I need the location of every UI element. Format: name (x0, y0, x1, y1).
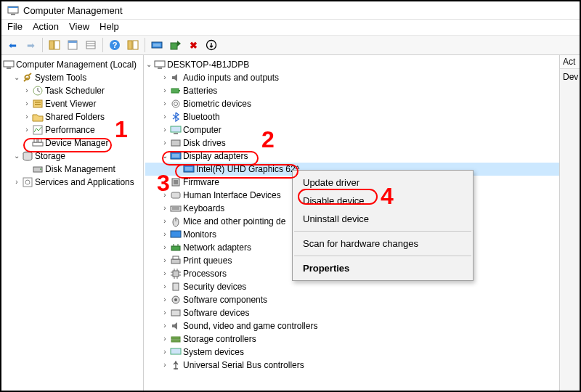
svg-point-37 (172, 100, 179, 107)
title-bar: Computer Management (1, 1, 580, 20)
ctx-uninstall-device[interactable]: Uninstall device (293, 210, 473, 228)
forward-button[interactable]: ➡ (23, 37, 38, 53)
tree-storage[interactable]: ⌄Storage (3, 150, 143, 163)
disk-drive-icon (170, 137, 182, 149)
storage-controller-icon (170, 333, 182, 345)
mouse-icon (170, 216, 182, 227)
svg-point-30 (40, 168, 41, 170)
expand-icon[interactable]: › (23, 98, 31, 110)
computer-icon (154, 59, 166, 70)
actions-header: Act (560, 55, 580, 69)
svg-rect-66 (171, 340, 180, 342)
menu-help[interactable]: Help (99, 21, 119, 32)
category-storage-controllers[interactable]: ›Storage controllers (145, 332, 559, 346)
svg-rect-67 (171, 348, 181, 354)
svg-rect-16 (171, 43, 177, 49)
keyboard-icon (170, 203, 182, 214)
svg-rect-40 (174, 133, 178, 134)
tree-event-viewer[interactable]: ›Event Viewer (3, 97, 143, 110)
category-sound-video[interactable]: ›Sound, video and game controllers (145, 319, 559, 332)
actions-item[interactable]: Dev (560, 70, 580, 83)
tools-icon (22, 72, 33, 83)
svg-rect-2 (11, 14, 15, 15)
toolbar-separator (145, 38, 145, 52)
display-adapter-icon (183, 163, 195, 175)
svg-rect-36 (179, 90, 180, 91)
tree-device-manager[interactable]: ›Device Manager (3, 136, 143, 150)
category-display-adapters[interactable]: ⌄Display adapters (145, 150, 559, 163)
disable-device-button[interactable] (203, 37, 219, 53)
ctx-scan-hardware[interactable]: Scan for hardware changes (293, 234, 473, 253)
display-adapter-icon (170, 150, 182, 162)
ctx-properties[interactable]: Properties (293, 259, 473, 277)
tree-disk-management[interactable]: ›Disk Management (3, 163, 143, 176)
menu-file[interactable]: File (7, 21, 23, 32)
expand-icon[interactable]: › (23, 85, 31, 97)
menu-action[interactable]: Action (33, 21, 59, 32)
category-batteries[interactable]: ›Batteries (145, 84, 559, 97)
category-software-components[interactable]: ›Software components (145, 293, 559, 306)
firmware-icon (170, 176, 182, 188)
svg-rect-3 (49, 41, 54, 49)
svg-rect-7 (86, 41, 95, 49)
svg-rect-18 (4, 61, 14, 67)
properties-button[interactable] (65, 37, 81, 53)
svg-rect-54 (171, 231, 181, 237)
category-disk-drives[interactable]: ›Disk drives (145, 136, 559, 150)
collapse-icon[interactable]: ⌄ (161, 150, 168, 162)
menu-view[interactable]: View (69, 21, 89, 32)
expand-icon[interactable]: › (23, 111, 31, 123)
computer-management-icon (3, 59, 15, 70)
cpu-icon (170, 268, 182, 279)
svg-rect-1 (8, 7, 18, 8)
expand-icon[interactable]: › (13, 176, 20, 188)
performance-icon (32, 124, 44, 136)
category-computer[interactable]: ›Computer (145, 123, 559, 136)
actions-pane: Act Dev (559, 55, 580, 392)
back-button[interactable]: ⬅ (4, 37, 20, 53)
tree-performance[interactable]: ›Performance (3, 123, 143, 136)
expand-icon[interactable]: › (161, 72, 168, 83)
tree-system-tools[interactable]: ⌄ System Tools (3, 71, 143, 84)
svg-rect-43 (172, 154, 179, 158)
device-tree-root[interactable]: ⌄DESKTOP-4B1JDPB (145, 58, 559, 71)
software-device-icon (170, 307, 182, 319)
collapse-icon[interactable]: ⌄ (145, 59, 153, 70)
usb-icon (170, 359, 182, 371)
collapse-icon[interactable]: ⌄ (13, 150, 20, 162)
tree-services-apps[interactable]: ›Services and Applications (3, 176, 143, 189)
tree-task-scheduler[interactable]: ›Task Scheduler (3, 84, 143, 97)
category-bluetooth[interactable]: ›Bluetooth (145, 110, 559, 123)
ctx-disable-device[interactable]: Disable device (293, 192, 473, 210)
svg-rect-31 (23, 178, 32, 187)
category-usb[interactable]: ›Universal Serial Bus controllers (145, 359, 559, 372)
scan-hardware-button[interactable] (149, 37, 165, 53)
category-system-devices[interactable]: ›System devices (145, 346, 559, 359)
svg-point-38 (174, 102, 178, 106)
category-software-devices[interactable]: ›Software devices (145, 306, 559, 319)
svg-rect-27 (38, 139, 41, 142)
show-hide-tree-button[interactable] (46, 37, 62, 53)
hid-icon (170, 189, 182, 201)
expand-icon[interactable]: › (23, 124, 31, 136)
tree-shared-folders[interactable]: ›Shared Folders (3, 110, 143, 123)
ctx-separator (294, 256, 471, 256)
collapse-icon[interactable]: ⌄ (13, 72, 20, 83)
svg-rect-33 (155, 61, 165, 67)
category-security[interactable]: ›Security devices (145, 280, 559, 293)
svg-rect-64 (171, 310, 180, 316)
update-driver-button[interactable] (167, 37, 183, 53)
list-button[interactable] (83, 37, 99, 53)
view-button[interactable] (125, 37, 141, 53)
tree-root[interactable]: Computer Management (Local) (3, 58, 143, 71)
uninstall-device-button[interactable]: ✖ (185, 37, 201, 53)
svg-rect-12 (128, 41, 132, 49)
ctx-update-driver[interactable]: Update driver (293, 173, 473, 192)
svg-rect-35 (171, 89, 179, 93)
category-biometric[interactable]: ›Biometric devices (145, 97, 559, 110)
svg-rect-34 (158, 68, 162, 69)
category-audio[interactable]: ›Audio inputs and outputs (145, 71, 559, 84)
help-button[interactable]: ? (107, 37, 123, 53)
svg-rect-39 (171, 126, 181, 132)
network-icon (170, 242, 182, 253)
